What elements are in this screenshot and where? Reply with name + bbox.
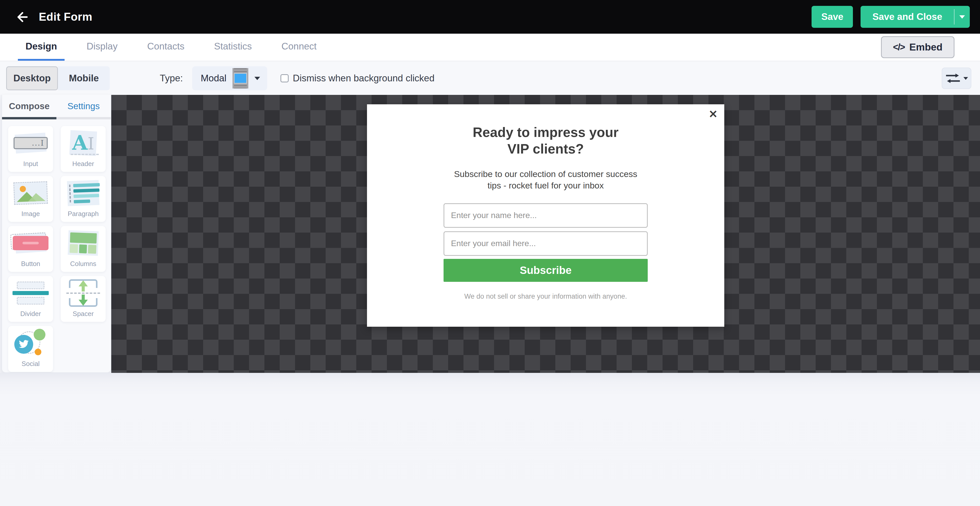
main-tabbar: Design Display Contacts Statistics Conne…	[0, 34, 980, 61]
dismiss-option: Dismiss when background clicked	[280, 73, 434, 84]
embed-label: Embed	[909, 41, 942, 53]
dismiss-label: Dismiss when background clicked	[293, 73, 434, 84]
tab-display[interactable]: Display	[79, 34, 125, 61]
embed-button[interactable]: </> Embed	[881, 36, 955, 58]
embed-wrap: </> Embed	[881, 34, 980, 61]
widget-label: Paragraph	[61, 210, 106, 222]
close-icon[interactable]: ✕	[709, 108, 718, 121]
widget-label: Divider	[8, 310, 53, 322]
form-preview-content: Ready to impress your VIP clients? Subsc…	[367, 104, 724, 300]
widget-card-image[interactable]: Image	[8, 176, 53, 222]
form-type-select[interactable]: Modal	[192, 66, 267, 90]
caret-down-icon	[963, 77, 968, 80]
social-icon	[8, 326, 53, 360]
subscribe-button[interactable]: Subscribe	[444, 259, 648, 282]
tab-connect[interactable]: Connect	[274, 34, 325, 61]
widget-label: Image	[8, 210, 53, 222]
privacy-text: We do not sell or share your information…	[464, 292, 627, 300]
widget-label: Spacer	[61, 310, 106, 322]
device-toggle: Desktop Mobile	[6, 66, 110, 90]
back-arrow-icon[interactable]	[15, 9, 30, 24]
widget-card-columns[interactable]: Columns	[61, 226, 106, 272]
button-icon	[8, 226, 53, 260]
mobile-toggle-button[interactable]: Mobile	[58, 66, 110, 90]
widget-label: Social	[8, 360, 53, 372]
type-label: Type:	[160, 73, 183, 84]
save-options-dropdown[interactable]	[955, 15, 970, 19]
workspace: ✕ Ready to impress your VIP clients? Sub…	[0, 95, 980, 373]
divider-icon	[8, 276, 53, 310]
topbar-actions: Save Save and Close	[811, 6, 970, 28]
topbar: Edit Form Save Save and Close	[0, 0, 980, 34]
sidebar-tabs: Compose Settings	[2, 95, 111, 119]
tab-compose[interactable]: Compose	[2, 95, 56, 119]
widget-label: Header	[61, 160, 106, 172]
dismiss-checkbox[interactable]	[280, 74, 289, 82]
save-and-close-button[interactable]: Save and Close	[861, 6, 970, 28]
email-input[interactable]	[444, 231, 648, 256]
widget-label: Input	[8, 160, 53, 172]
widget-card-input[interactable]: ...I Input	[8, 126, 53, 172]
input-icon: ...I	[8, 126, 53, 160]
widget-card-button[interactable]: Button	[8, 226, 53, 272]
save-and-close-label: Save and Close	[861, 11, 954, 22]
widget-label: Columns	[61, 260, 106, 272]
page-background	[0, 373, 980, 506]
widget-card-paragraph[interactable]: Paragraph	[61, 176, 106, 222]
tab-settings[interactable]: Settings	[56, 95, 111, 119]
tab-design[interactable]: Design	[18, 34, 65, 61]
spacer-icon	[61, 276, 106, 310]
form-subheading[interactable]: Subscribe to our collection of customer …	[454, 168, 638, 191]
caret-down-icon	[959, 15, 965, 19]
form-heading[interactable]: Ready to impress your VIP clients?	[464, 124, 627, 157]
caret-down-icon	[255, 77, 260, 80]
tab-statistics[interactable]: Statistics	[207, 34, 259, 61]
widget-grid: ...I Input AI Header	[8, 126, 106, 372]
widget-card-social[interactable]: Social	[8, 326, 53, 372]
widget-card-header[interactable]: AI Header	[61, 126, 106, 172]
widget-card-divider[interactable]: Divider	[8, 276, 53, 322]
form-preview-modal[interactable]: ✕ Ready to impress your VIP clients? Sub…	[367, 104, 724, 327]
form-type-value: Modal	[201, 73, 227, 84]
compose-sidebar: Compose Settings ...I Input AI Header	[2, 95, 111, 373]
widget-card-spacer[interactable]: Spacer	[61, 276, 106, 322]
form-canvas[interactable]: ✕ Ready to impress your VIP clients? Sub…	[111, 95, 980, 373]
image-icon	[8, 176, 53, 210]
header-icon: AI	[61, 126, 106, 160]
modal-type-icon	[232, 68, 248, 89]
desktop-toggle-button[interactable]: Desktop	[6, 66, 58, 90]
embed-code-icon: </>	[893, 42, 905, 52]
design-toolbar: Desktop Mobile Type: Modal Dismiss when …	[0, 62, 980, 95]
save-button[interactable]: Save	[811, 6, 853, 28]
name-input[interactable]	[444, 203, 648, 228]
page-title: Edit Form	[39, 11, 92, 23]
swap-arrows-icon	[945, 73, 961, 84]
tab-contacts[interactable]: Contacts	[140, 34, 192, 61]
swap-arrows-button[interactable]	[942, 68, 971, 89]
widget-label: Button	[8, 260, 53, 272]
paragraph-icon	[61, 176, 106, 210]
columns-icon	[61, 226, 106, 260]
